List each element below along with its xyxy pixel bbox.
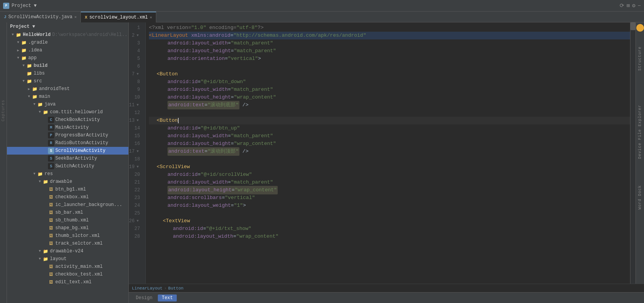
- code-token: =: [228, 132, 231, 140]
- tab-xml-close[interactable]: ✕: [150, 15, 152, 20]
- breadcrumb-button[interactable]: Button: [168, 286, 184, 291]
- tree-item-activity-main[interactable]: 🖼 activity_main.xml: [7, 263, 128, 271]
- tree-item-checkbox-activity[interactable]: C CheckBoxActivity: [7, 116, 128, 124]
- code-token: <ScrollView: [157, 163, 190, 171]
- tree-item-sb-bar[interactable]: 🖼 sb_bar.xml: [7, 209, 128, 216]
- tree-item-progressbar-activity[interactable]: P ProgressBarActivity: [7, 131, 128, 139]
- expand-arrow: ▼: [26, 95, 32, 99]
- tree-item-thumb-slctor[interactable]: 🖼 thumb_slctor.xml: [7, 232, 128, 240]
- tree-item-src[interactable]: ▼ 📁 src: [7, 77, 128, 85]
- expand-arrow: ▼: [37, 110, 43, 114]
- code-token: "http://schemas.android.com/apk/res/andr…: [233, 32, 366, 39]
- tree-label: androidTest: [39, 86, 70, 92]
- tree-label: ScrollViewActivity: [55, 148, 106, 153]
- fold-arrow-11[interactable]: ▼: [135, 101, 140, 109]
- tree-item-idea[interactable]: ▶ 📁 .idea: [7, 46, 128, 54]
- line-num-10: 10: [129, 94, 142, 101]
- editor-area: 1 2▼ 3 4 5 6 7▼ 8 9 10 11▼ 12 13▼ 14 15 …: [129, 22, 644, 303]
- tree-item-main-activity[interactable]: M MainActivity: [7, 124, 128, 131]
- tree-item-gradle[interactable]: ▼ 📁 .gradle: [7, 39, 128, 46]
- right-toolbar-btn-1[interactable]: [636, 24, 644, 32]
- tree-item-drawable[interactable]: ▼ 📁 drawable: [7, 178, 128, 186]
- tree-item-scrollview-activity[interactable]: S ScrollViewActivity: [7, 147, 128, 155]
- line-numbers: 1 2▼ 3 4 5 6 7▼ 8 9 10 11▼ 12 13▼ 14 15 …: [129, 22, 146, 284]
- minimize-icon[interactable]: −: [638, 3, 641, 9]
- tab-java[interactable]: J ScrollViewActivity.java ✕: [0, 12, 81, 22]
- fold-arrow-13[interactable]: ▼: [135, 117, 140, 124]
- fold-arrow-26[interactable]: ▼: [135, 217, 140, 225]
- tree-item-app[interactable]: ▼ 📁 app: [7, 54, 128, 62]
- tree-item-package[interactable]: ▼ 📁 com.ttit.helloworld: [7, 108, 128, 116]
- line-num-3: 3: [129, 39, 142, 47]
- tree-item-java[interactable]: ▼ 📁 java: [7, 100, 128, 108]
- code-token: "@+id/txt_show": [206, 225, 251, 233]
- tree-item-radiobutton-activity[interactable]: R RadioButtonActivity: [7, 139, 128, 147]
- tree-item-ic-launcher[interactable]: 🖼 ic_launcher_backgroun...: [7, 201, 128, 209]
- tree-item-libs[interactable]: 📁 libs: [7, 70, 128, 77]
- tree-item-sb-thumb[interactable]: 🖼 sb_thumb.xml: [7, 216, 128, 224]
- tree-label: checkbox_test.xml: [55, 272, 102, 277]
- code-token: android:layout_width: [167, 132, 228, 140]
- sync-icon[interactable]: ⟳: [620, 2, 624, 9]
- word-doc-label: Word Dock: [638, 185, 642, 209]
- tree-path: D:\workspace\android\Hell...: [52, 32, 129, 37]
- structure-label: Structure: [638, 46, 642, 71]
- tree-item-drawable-v24[interactable]: ▼ 📁 drawable-v24: [7, 247, 128, 255]
- code-token: "wrap_content": [234, 94, 276, 101]
- breadcrumb-linearlayout[interactable]: LinearLayout: [132, 286, 162, 291]
- code-token: android:layout_width: [173, 233, 233, 240]
- tab-java-close[interactable]: ✕: [74, 15, 77, 19]
- tree-label: ProgressBarActivity: [55, 133, 108, 138]
- editor-scrollbar[interactable]: [630, 22, 635, 284]
- layout-icon[interactable]: ⊞: [627, 2, 630, 9]
- fold-arrow-17[interactable]: ▼: [135, 148, 140, 155]
- folder-icon: 📁: [21, 39, 27, 46]
- tree-label: shape_bg.xml: [55, 225, 89, 231]
- tree-label: build: [34, 63, 48, 68]
- fold-arrow-7[interactable]: ▼: [135, 70, 140, 78]
- tree-item-checkbox-xml[interactable]: 🖼 checkbox.xml: [7, 193, 128, 201]
- tree-item-btn-bg1[interactable]: 🖼 btn_bg1.xml: [7, 186, 128, 193]
- tree-item-main[interactable]: ▼ 📁 main: [7, 93, 128, 100]
- tree-item-seekbar-activity[interactable]: S SeekBarActivity: [7, 155, 128, 162]
- folder-icon: 📁: [37, 101, 43, 107]
- tree-item-helloworld[interactable]: ▼ 📁 HelloWorld D:\workspace\android\Hell…: [7, 31, 128, 39]
- tree-label: drawable: [50, 179, 72, 184]
- scroll-thumb[interactable]: [630, 22, 635, 30]
- tree-item-edit-text[interactable]: 🖼 edit_text.xml: [7, 278, 128, 286]
- tree-item-res[interactable]: ▼ 📁 res: [7, 170, 128, 178]
- tree-item-shape-bg[interactable]: 🖼 shape_bg.xml: [7, 224, 128, 232]
- tab-xml[interactable]: X scrollview_layout.xml ✕: [81, 12, 156, 22]
- code-line-10: android:layout_height="wrap_content": [149, 94, 630, 101]
- tree-label: sb_bar.xml: [55, 210, 83, 215]
- sidebar-header: Project ▼: [7, 22, 128, 31]
- tab-text[interactable]: Text: [158, 294, 177, 301]
- tree-label: checkbox.xml: [55, 194, 89, 200]
- tree-item-build[interactable]: ▼ 📁 build: [7, 62, 128, 70]
- tree-item-androidtest[interactable]: ▶ 📁 androidTest: [7, 85, 128, 93]
- folder-icon: 📁: [43, 109, 49, 115]
- tab-design[interactable]: Design: [132, 294, 156, 301]
- code-line-20: android:id="@+id/scrollView": [149, 171, 630, 179]
- code-line-28: android:layout_width="wrap_content": [149, 233, 630, 240]
- code-token: "utf-8": [236, 24, 258, 32]
- fold-arrow-19[interactable]: ▼: [135, 163, 140, 171]
- tree-label: app: [28, 55, 37, 61]
- folder-icon: 📁: [43, 256, 49, 262]
- tree-item-switch-activity[interactable]: S SwitchActivity: [7, 162, 128, 170]
- tree-item-checkbox-test[interactable]: 🖼 checkbox_test.xml: [7, 271, 128, 278]
- code-line-24: android:layout_weight="1">: [149, 202, 630, 209]
- tree-item-track-selctor[interactable]: 🖼 track_selctor.xml: [7, 240, 128, 247]
- code-token: =: [233, 233, 236, 240]
- fold-arrow-2[interactable]: ▼: [135, 32, 140, 39]
- text-cursor: [178, 118, 179, 123]
- tab-java-label: ScrollViewActivity.java: [9, 14, 73, 20]
- tree-item-layout[interactable]: ▼ 📁 layout: [7, 255, 128, 263]
- folder-icon: 📁: [26, 78, 32, 84]
- code-line-8: android:id="@+id/btn_down": [149, 78, 630, 86]
- gear-icon[interactable]: ⚙: [632, 2, 635, 9]
- code-lines[interactable]: <?xml version="1.0" encoding="utf-8"?> <…: [146, 22, 630, 284]
- tree-label: edit_text.xml: [55, 279, 92, 285]
- xml-file-icon: X: [85, 15, 87, 20]
- folder-icon: 📁: [43, 248, 49, 254]
